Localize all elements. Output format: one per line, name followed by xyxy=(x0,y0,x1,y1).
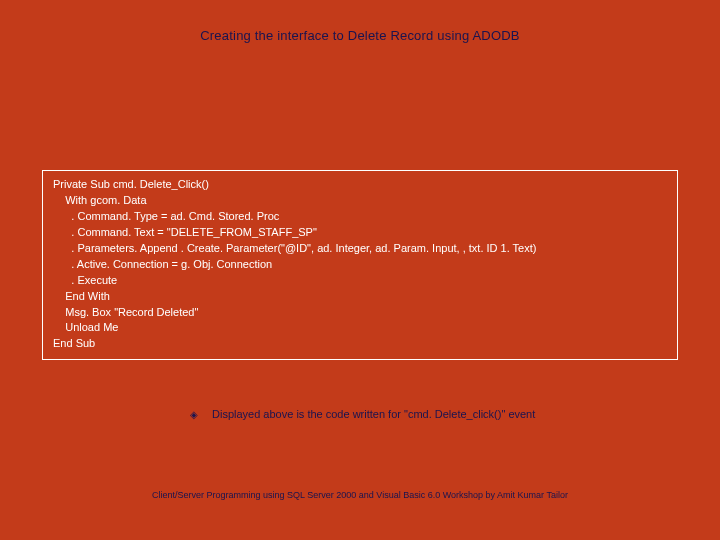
caption-row: ◈ Displayed above is the code written fo… xyxy=(190,408,535,420)
caption-text: Displayed above is the code written for … xyxy=(212,408,535,420)
code-block: Private Sub cmd. Delete_Click() With gco… xyxy=(42,170,678,360)
slide-title: Creating the interface to Delete Record … xyxy=(0,0,720,43)
bullet-icon: ◈ xyxy=(190,409,198,420)
footer-text: Client/Server Programming using SQL Serv… xyxy=(0,490,720,500)
